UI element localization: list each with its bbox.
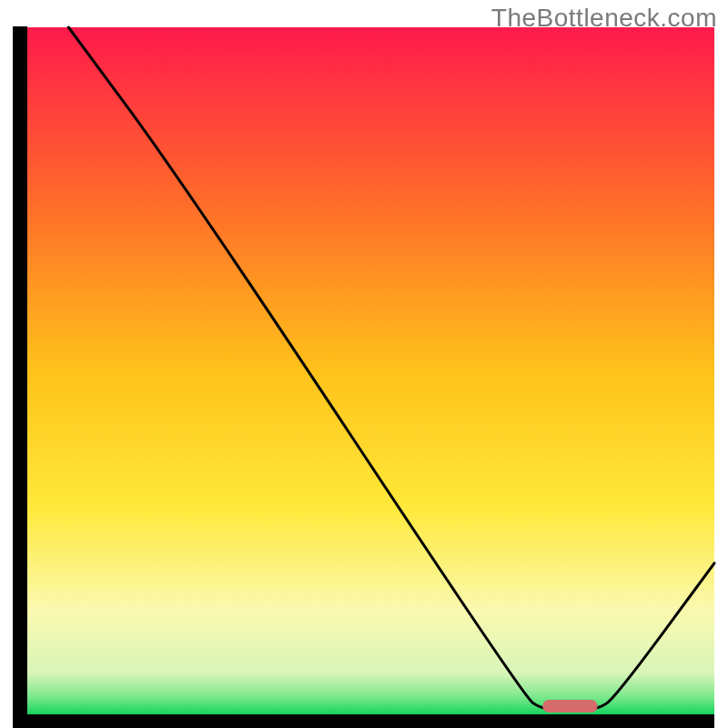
optimal-range-marker — [542, 700, 597, 713]
bottleneck-chart — [0, 0, 728, 728]
chart-container: TheBottleneck.com — [0, 0, 728, 728]
plot-background — [27, 27, 714, 714]
x-axis — [13, 714, 714, 728]
y-axis — [13, 26, 27, 728]
